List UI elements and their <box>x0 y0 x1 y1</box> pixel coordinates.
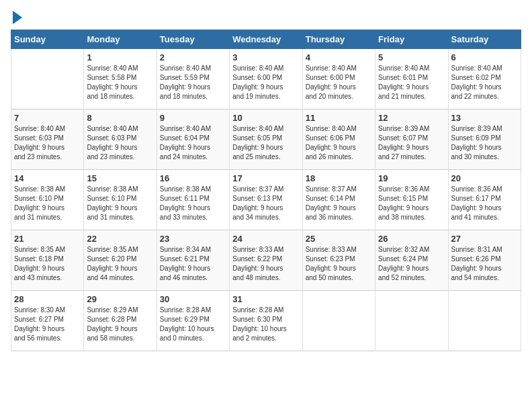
day-number: 18 <box>306 173 372 183</box>
header-day-saturday: Saturday <box>448 30 521 49</box>
calendar-cell: 8Sunrise: 8:40 AM Sunset: 6:03 PM Daylig… <box>84 109 157 170</box>
calendar-cell: 23Sunrise: 8:34 AM Sunset: 6:21 PM Dayli… <box>157 230 229 291</box>
calendar-cell: 7Sunrise: 8:40 AM Sunset: 6:03 PM Daylig… <box>11 109 84 170</box>
header-day-tuesday: Tuesday <box>157 30 229 49</box>
header-day-friday: Friday <box>375 30 448 49</box>
day-number: 4 <box>306 52 372 62</box>
calendar-cell: 29Sunrise: 8:29 AM Sunset: 6:28 PM Dayli… <box>84 291 157 351</box>
header-day-monday: Monday <box>84 30 157 49</box>
day-info: Sunrise: 8:40 AM Sunset: 6:02 PM Dayligh… <box>451 64 518 101</box>
day-number: 14 <box>14 173 81 183</box>
day-number: 16 <box>160 173 226 183</box>
calendar-cell <box>375 291 448 351</box>
day-number: 7 <box>14 113 81 123</box>
calendar-cell: 25Sunrise: 8:33 AM Sunset: 6:23 PM Dayli… <box>302 230 375 291</box>
day-info: Sunrise: 8:40 AM Sunset: 6:00 PM Dayligh… <box>306 64 372 101</box>
day-number: 31 <box>232 294 299 304</box>
logo-triangle-icon <box>13 11 22 24</box>
calendar-cell: 3Sunrise: 8:40 AM Sunset: 6:00 PM Daylig… <box>230 49 302 109</box>
calendar-table: SundayMondayTuesdayWednesdayThursdayFrid… <box>11 30 521 351</box>
calendar-week-1: 1Sunrise: 8:40 AM Sunset: 5:58 PM Daylig… <box>11 49 521 109</box>
calendar-cell: 12Sunrise: 8:39 AM Sunset: 6:07 PM Dayli… <box>375 109 448 170</box>
calendar-week-4: 21Sunrise: 8:35 AM Sunset: 6:18 PM Dayli… <box>11 230 521 291</box>
day-number: 1 <box>87 52 153 62</box>
day-number: 27 <box>451 234 518 244</box>
calendar-cell: 1Sunrise: 8:40 AM Sunset: 5:58 PM Daylig… <box>84 49 157 109</box>
day-info: Sunrise: 8:30 AM Sunset: 6:27 PM Dayligh… <box>14 306 81 343</box>
calendar-cell: 10Sunrise: 8:40 AM Sunset: 6:05 PM Dayli… <box>230 109 302 170</box>
day-info: Sunrise: 8:40 AM Sunset: 6:06 PM Dayligh… <box>306 124 372 162</box>
calendar-cell: 17Sunrise: 8:37 AM Sunset: 6:13 PM Dayli… <box>230 170 302 230</box>
calendar-cell: 31Sunrise: 8:28 AM Sunset: 6:30 PM Dayli… <box>230 291 302 351</box>
day-info: Sunrise: 8:33 AM Sunset: 6:23 PM Dayligh… <box>306 245 372 283</box>
calendar-week-3: 14Sunrise: 8:38 AM Sunset: 6:10 PM Dayli… <box>11 170 521 230</box>
day-info: Sunrise: 8:40 AM Sunset: 6:03 PM Dayligh… <box>87 124 153 162</box>
day-number: 19 <box>378 173 445 183</box>
calendar-cell: 9Sunrise: 8:40 AM Sunset: 6:04 PM Daylig… <box>157 109 229 170</box>
day-number: 20 <box>451 173 518 183</box>
page-header <box>11 11 521 24</box>
day-info: Sunrise: 8:40 AM Sunset: 5:58 PM Dayligh… <box>87 64 153 101</box>
day-number: 10 <box>232 113 299 123</box>
day-number: 22 <box>87 234 153 244</box>
day-number: 21 <box>14 234 81 244</box>
calendar-cell: 15Sunrise: 8:38 AM Sunset: 6:10 PM Dayli… <box>84 170 157 230</box>
calendar-cell: 26Sunrise: 8:32 AM Sunset: 6:24 PM Dayli… <box>375 230 448 291</box>
day-info: Sunrise: 8:39 AM Sunset: 6:09 PM Dayligh… <box>451 124 518 162</box>
logo <box>11 11 22 24</box>
day-info: Sunrise: 8:28 AM Sunset: 6:29 PM Dayligh… <box>160 306 226 343</box>
day-info: Sunrise: 8:36 AM Sunset: 6:15 PM Dayligh… <box>378 185 445 222</box>
calendar-header-row: SundayMondayTuesdayWednesdayThursdayFrid… <box>11 30 521 49</box>
day-number: 13 <box>451 113 518 123</box>
calendar-cell: 5Sunrise: 8:40 AM Sunset: 6:01 PM Daylig… <box>375 49 448 109</box>
calendar-cell: 27Sunrise: 8:31 AM Sunset: 6:26 PM Dayli… <box>448 230 521 291</box>
calendar-cell <box>302 291 375 351</box>
day-number: 25 <box>306 234 372 244</box>
calendar-cell: 28Sunrise: 8:30 AM Sunset: 6:27 PM Dayli… <box>11 291 84 351</box>
day-info: Sunrise: 8:40 AM Sunset: 6:01 PM Dayligh… <box>378 64 445 101</box>
header-day-sunday: Sunday <box>11 30 84 49</box>
day-info: Sunrise: 8:34 AM Sunset: 6:21 PM Dayligh… <box>160 245 226 283</box>
calendar-cell: 13Sunrise: 8:39 AM Sunset: 6:09 PM Dayli… <box>448 109 521 170</box>
day-number: 11 <box>306 113 372 123</box>
day-info: Sunrise: 8:33 AM Sunset: 6:22 PM Dayligh… <box>232 245 299 283</box>
day-info: Sunrise: 8:40 AM Sunset: 6:05 PM Dayligh… <box>232 124 299 162</box>
day-number: 5 <box>378 52 445 62</box>
header-day-wednesday: Wednesday <box>230 30 302 49</box>
day-number: 28 <box>14 294 81 304</box>
calendar-cell: 21Sunrise: 8:35 AM Sunset: 6:18 PM Dayli… <box>11 230 84 291</box>
calendar-cell: 4Sunrise: 8:40 AM Sunset: 6:00 PM Daylig… <box>302 49 375 109</box>
day-number: 26 <box>378 234 445 244</box>
day-info: Sunrise: 8:35 AM Sunset: 6:20 PM Dayligh… <box>87 245 153 283</box>
day-number: 30 <box>160 294 226 304</box>
day-info: Sunrise: 8:37 AM Sunset: 6:13 PM Dayligh… <box>232 185 299 222</box>
day-info: Sunrise: 8:40 AM Sunset: 6:04 PM Dayligh… <box>160 124 226 162</box>
calendar-week-2: 7Sunrise: 8:40 AM Sunset: 6:03 PM Daylig… <box>11 109 521 170</box>
day-info: Sunrise: 8:40 AM Sunset: 5:59 PM Dayligh… <box>160 64 226 101</box>
day-number: 9 <box>160 113 226 123</box>
day-info: Sunrise: 8:36 AM Sunset: 6:17 PM Dayligh… <box>451 185 518 222</box>
calendar-cell <box>448 291 521 351</box>
header-day-thursday: Thursday <box>302 30 375 49</box>
day-info: Sunrise: 8:40 AM Sunset: 6:00 PM Dayligh… <box>232 64 299 101</box>
calendar-cell: 16Sunrise: 8:38 AM Sunset: 6:11 PM Dayli… <box>157 170 229 230</box>
calendar-cell: 30Sunrise: 8:28 AM Sunset: 6:29 PM Dayli… <box>157 291 229 351</box>
day-number: 17 <box>232 173 299 183</box>
calendar-cell: 11Sunrise: 8:40 AM Sunset: 6:06 PM Dayli… <box>302 109 375 170</box>
calendar-cell: 22Sunrise: 8:35 AM Sunset: 6:20 PM Dayli… <box>84 230 157 291</box>
day-number: 6 <box>451 52 518 62</box>
day-number: 2 <box>160 52 226 62</box>
day-info: Sunrise: 8:38 AM Sunset: 6:11 PM Dayligh… <box>160 185 226 222</box>
day-number: 15 <box>87 173 153 183</box>
day-info: Sunrise: 8:38 AM Sunset: 6:10 PM Dayligh… <box>87 185 153 222</box>
day-info: Sunrise: 8:38 AM Sunset: 6:10 PM Dayligh… <box>14 185 81 222</box>
calendar-cell: 20Sunrise: 8:36 AM Sunset: 6:17 PM Dayli… <box>448 170 521 230</box>
day-number: 3 <box>232 52 299 62</box>
calendar-cell: 14Sunrise: 8:38 AM Sunset: 6:10 PM Dayli… <box>11 170 84 230</box>
day-info: Sunrise: 8:37 AM Sunset: 6:14 PM Dayligh… <box>306 185 372 222</box>
day-number: 8 <box>87 113 153 123</box>
day-info: Sunrise: 8:28 AM Sunset: 6:30 PM Dayligh… <box>232 306 299 343</box>
day-info: Sunrise: 8:31 AM Sunset: 6:26 PM Dayligh… <box>451 245 518 283</box>
day-info: Sunrise: 8:35 AM Sunset: 6:18 PM Dayligh… <box>14 245 81 283</box>
calendar-cell: 2Sunrise: 8:40 AM Sunset: 5:59 PM Daylig… <box>157 49 229 109</box>
